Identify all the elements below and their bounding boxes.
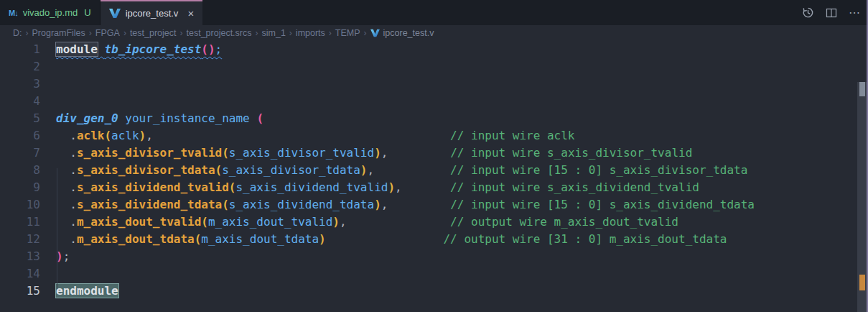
breadcrumb-separator: › (329, 28, 332, 38)
tab-label: vivado_ip.md (23, 7, 78, 18)
word-highlight-marker (859, 82, 865, 96)
line-number: 5 (0, 110, 40, 127)
breadcrumb-item[interactable]: test_project (130, 28, 177, 38)
close-icon[interactable]: × (187, 8, 194, 19)
breadcrumb-separator: › (89, 28, 92, 38)
vivado-icon (370, 29, 380, 37)
code-line-9[interactable]: 9 .s_axis_dividend_tvalid(s_axis_dividen… (0, 179, 868, 196)
code-line-12[interactable]: 12 .m_axis_dout_tdata(m_axis_dout_tdata)… (0, 231, 868, 248)
line-number: 1 (0, 41, 40, 58)
tab-label: ipcore_test.v (126, 8, 179, 19)
decoration-marker (859, 275, 865, 290)
tab-ipcore-test-v[interactable]: ipcore_test.v × (101, 0, 202, 25)
code-line-14[interactable]: 14 (0, 265, 868, 283)
line-number: 14 (0, 265, 40, 283)
breadcrumb-separator: › (123, 28, 126, 38)
vivado-icon (109, 8, 121, 19)
code-line-7[interactable]: 7 .s_axis_divisor_tvalid(s_axis_divisor_… (0, 144, 868, 162)
code-line-8[interactable]: 8 .s_axis_divisor_tdata(s_axis_divisor_t… (0, 162, 868, 179)
breadcrumb-item[interactable]: TEMP (335, 28, 360, 38)
timeline-history-icon[interactable] (802, 6, 814, 19)
line-number: 3 (0, 75, 40, 93)
line-number: 4 (0, 93, 40, 110)
markdown-icon: M↓ (9, 9, 18, 17)
more-actions-icon[interactable]: ⋯ (849, 7, 861, 19)
code-editor[interactable]: 1module tb_ipcore_test();2345div_gen_0 y… (0, 41, 868, 312)
breadcrumb-item[interactable]: test_project.srcs (187, 28, 252, 38)
breadcrumb-item[interactable]: D: (13, 28, 22, 38)
code-line-6[interactable]: 6 .aclk(aclk), // input wire aclk (0, 127, 868, 144)
breadcrumb-separator: › (256, 28, 258, 38)
breadcrumb-file[interactable]: ipcore_test.v (370, 28, 434, 38)
line-number: 11 (0, 214, 40, 231)
code-line-2[interactable]: 2 (0, 58, 868, 75)
line-number: 12 (0, 231, 40, 248)
line-number: 9 (0, 179, 40, 196)
breadcrumb-separator: › (364, 28, 367, 38)
line-number: 13 (0, 248, 40, 265)
breadcrumb-separator: › (26, 28, 29, 38)
git-untracked-badge: U (84, 7, 90, 18)
code-line-13[interactable]: 13); (0, 248, 868, 265)
breadcrumb-separator: › (289, 28, 292, 38)
line-number: 15 (0, 283, 40, 300)
editor-actions: ⋯ (802, 0, 861, 25)
code-line-4[interactable]: 4 (0, 93, 868, 110)
breadcrumb-separator: › (180, 28, 183, 38)
breadcrumb-item[interactable]: FPGA (95, 28, 120, 38)
breadcrumb-item[interactable]: imports (296, 28, 325, 38)
code-line-1[interactable]: 1module tb_ipcore_test(); (0, 41, 868, 58)
tab-vivado-ip-md[interactable]: M↓ vivado_ip.md U (0, 0, 101, 25)
line-number: 2 (0, 58, 40, 75)
line-number: 7 (0, 144, 40, 162)
split-editor-icon[interactable] (826, 7, 837, 19)
code-line-11[interactable]: 11 .m_axis_dout_tvalid(m_axis_dout_tvali… (0, 214, 868, 231)
line-number: 8 (0, 162, 40, 179)
code-lines: 1module tb_ipcore_test();2345div_gen_0 y… (0, 41, 868, 300)
breadcrumb-item[interactable]: sim_1 (262, 28, 286, 38)
code-line-5[interactable]: 5div_gen_0 your_instance_name ( (0, 110, 868, 127)
code-line-10[interactable]: 10 .s_axis_dividend_tdata(s_axis_dividen… (0, 196, 868, 214)
breadcrumb-item[interactable]: ProgramFiles (32, 28, 85, 38)
tab-bar: M↓ vivado_ip.md U ipcore_test.v × ⋯ (0, 0, 868, 25)
code-line-15[interactable]: 15endmodule (0, 283, 868, 300)
code-line-3[interactable]: 3 (0, 75, 868, 93)
breadcrumb: D:›ProgramFiles›FPGA›test_project›test_p… (0, 25, 868, 41)
line-number: 6 (0, 127, 40, 144)
line-number: 10 (0, 196, 40, 214)
